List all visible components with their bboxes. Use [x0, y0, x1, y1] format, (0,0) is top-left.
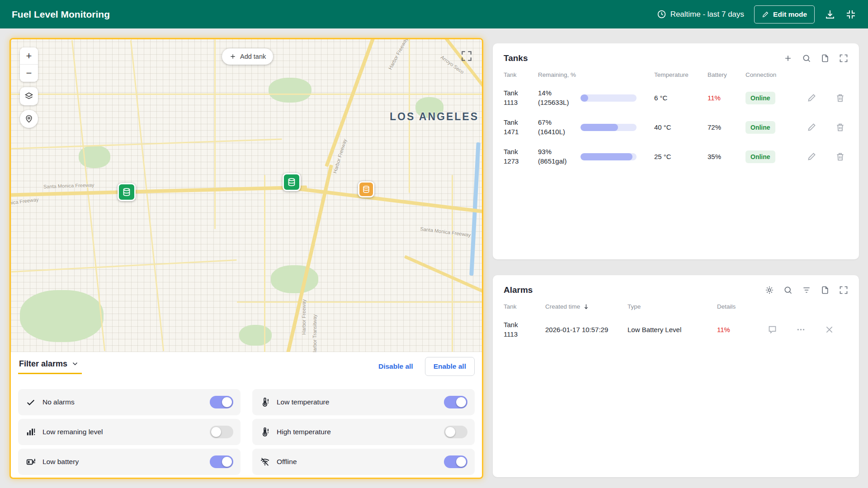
park-area	[239, 325, 272, 346]
park-area	[269, 78, 311, 103]
edit-tank-icon[interactable]	[807, 93, 816, 103]
city-label: LOS ANGELES	[390, 111, 479, 123]
export-icon[interactable]	[821, 286, 830, 295]
more-options-icon[interactable]	[796, 325, 806, 334]
park-area	[20, 290, 104, 342]
add-icon[interactable]	[783, 54, 793, 63]
tank-marker-yellow[interactable]	[358, 181, 374, 197]
toggle-knob	[222, 397, 232, 407]
zoom-out-button[interactable]: −	[20, 65, 38, 82]
road-label: nica Freeway	[11, 197, 39, 206]
map-widget: Santa Monica Freeway nica Freeway Santa …	[9, 38, 483, 479]
compress-icon[interactable]	[845, 9, 856, 20]
tank-remaining: 93%(8651gal)	[538, 147, 580, 166]
page-title: Fuel Level Monitoring	[12, 9, 110, 20]
sort-desc-icon	[583, 303, 590, 310]
level-progress-bar	[580, 94, 637, 102]
delete-tank-icon[interactable]	[835, 122, 845, 132]
alarms-table-header: Tank Created time Type Details	[504, 298, 848, 315]
fuel-drum-icon	[362, 185, 371, 194]
alarms-title: Alarms	[504, 285, 533, 295]
tanks-title: Tanks	[504, 53, 528, 63]
filter-item-no-alarms: No alarms	[18, 389, 241, 415]
clock-icon	[657, 9, 666, 19]
filter-grid: No alarms Low remaning level Low battery	[18, 389, 475, 475]
low-temperature-toggle[interactable]	[444, 396, 467, 408]
layers-icon	[24, 92, 33, 101]
road	[11, 139, 282, 150]
app-header: Fuel Level Monitoring Realtime - last 7 …	[0, 0, 868, 28]
road	[452, 175, 453, 352]
tank-remaining: 14%(125633L)	[538, 89, 580, 107]
road	[237, 301, 482, 303]
filter-alarms-label: Filter alarms	[19, 359, 67, 369]
filter-label: Low remaning level	[42, 428, 203, 436]
filter-item-low-battery: Low battery	[18, 449, 241, 475]
low-battery-toggle[interactable]	[210, 455, 233, 468]
level-progress-bar	[580, 124, 637, 131]
pencil-icon	[762, 11, 769, 18]
settings-gear-icon[interactable]	[765, 286, 774, 295]
dismiss-alarm-icon[interactable]	[825, 325, 834, 334]
filter-icon[interactable]	[802, 286, 811, 295]
toggle-knob	[456, 397, 466, 407]
fullscreen-icon[interactable]	[839, 286, 848, 295]
edit-tank-icon[interactable]	[807, 122, 816, 132]
road-label: Santa Monica Freeway	[420, 226, 471, 238]
fuel-drum-icon	[122, 187, 132, 197]
add-tank-button[interactable]: Add tank	[222, 48, 273, 65]
fullscreen-icon[interactable]	[839, 54, 848, 63]
plus-icon	[229, 53, 236, 60]
tank-battery: 35%	[708, 153, 745, 160]
high-temperature-toggle[interactable]	[444, 426, 467, 438]
search-icon[interactable]	[802, 54, 811, 63]
tank-marker-green[interactable]	[118, 183, 136, 201]
alarm-row: Tank1113 2026-01-17 10:57:29 Low Battery…	[504, 315, 848, 344]
edit-mode-button[interactable]: Edit mode	[754, 5, 815, 23]
filter-label: High temperature	[277, 428, 438, 436]
disable-all-button[interactable]: Disable all	[373, 358, 419, 375]
col-tank: Tank	[504, 71, 538, 78]
tank-name: Tank1273	[504, 147, 538, 166]
filter-item-low-temperature: Low temperature	[252, 389, 475, 415]
delete-tank-icon[interactable]	[835, 93, 845, 103]
road	[11, 259, 236, 272]
download-icon[interactable]	[825, 9, 835, 20]
no-alarms-toggle[interactable]	[210, 396, 233, 408]
tank-row: Tank1471 67%(16410L) 40 °C 72% Online	[504, 113, 848, 142]
filter-item-low-remaining: Low remaning level	[18, 419, 241, 445]
map-fullscreen-icon[interactable]	[461, 50, 472, 62]
comment-icon[interactable]	[768, 325, 777, 334]
edit-tank-icon[interactable]	[807, 152, 816, 161]
layers-button[interactable]	[20, 87, 38, 105]
offline-toggle[interactable]	[444, 455, 467, 468]
filter-alarms-bar: Filter alarms Disable all Enable all	[18, 357, 475, 376]
tank-temperature: 6 °C	[654, 94, 708, 102]
locate-button[interactable]	[20, 110, 38, 128]
wifi-off-icon	[259, 456, 270, 467]
toggle-knob	[456, 457, 466, 467]
filter-label: No alarms	[42, 398, 203, 406]
tank-row: Tank1113 14%(125633L) 6 °C 11% Online	[504, 83, 848, 113]
enable-all-button[interactable]: Enable all	[425, 357, 475, 376]
road	[11, 94, 482, 95]
time-range-selector[interactable]: Realtime - last 7 days	[657, 9, 744, 19]
delete-tank-icon[interactable]	[835, 152, 845, 161]
export-icon[interactable]	[821, 54, 830, 63]
col-created-time[interactable]: Created time	[545, 303, 627, 310]
thermometer-icon	[259, 397, 270, 408]
low-remaining-toggle[interactable]	[210, 426, 233, 438]
zoom-in-button[interactable]: +	[20, 47, 38, 65]
road-harbor-freeway	[325, 39, 376, 167]
col-connection: Connection	[745, 71, 800, 78]
map-canvas[interactable]: Santa Monica Freeway nica Freeway Santa …	[11, 39, 482, 352]
search-icon[interactable]	[783, 286, 793, 295]
tank-marker-green[interactable]	[283, 173, 301, 191]
alarms-widget: Alarms Tank	[493, 275, 859, 477]
level-progress-bar	[580, 153, 637, 160]
toggle-knob	[222, 457, 232, 467]
filter-item-offline: Offline	[252, 449, 475, 475]
filter-alarms-toggle[interactable]: Filter alarms	[18, 359, 82, 374]
road-arroyo-seco	[439, 39, 482, 113]
level-bars-icon	[25, 427, 36, 437]
